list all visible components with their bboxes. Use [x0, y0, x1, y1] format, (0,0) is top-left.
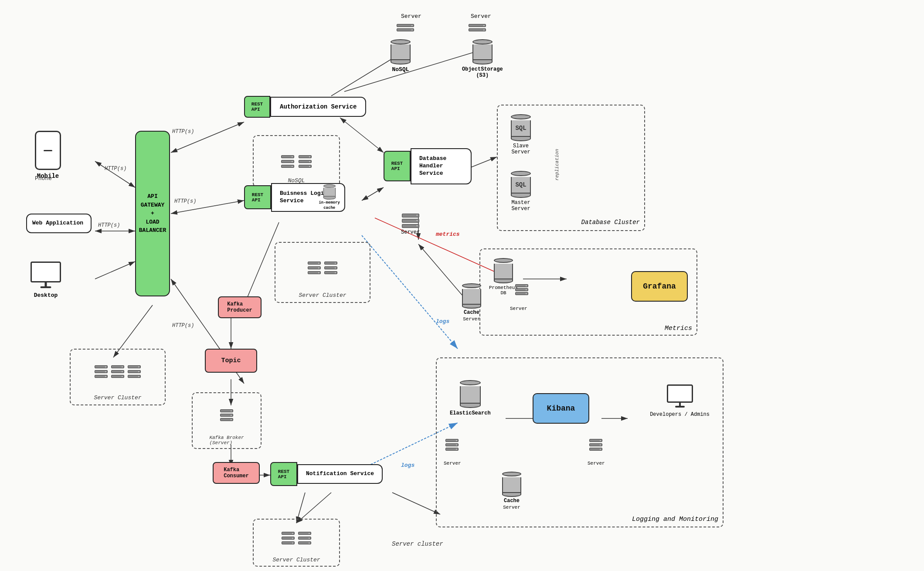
cache-server-2: Cache Server [502, 472, 521, 510]
nosql-server-rack [397, 24, 414, 31]
web-app-label: Web Application [32, 220, 83, 226]
svg-line-7 [171, 122, 244, 153]
prometheus-label: Prometheus DB [489, 285, 518, 296]
db-cluster-boundary: SQL Slave Server SQL Master Server repli… [497, 105, 645, 231]
metrics-boundary-label: Metrics [665, 325, 692, 332]
notification-node: REST API Notification Service [270, 462, 383, 486]
svg-line-24 [362, 235, 458, 349]
prometheus-server-icon [515, 284, 528, 295]
prometheus-db: Prometheus DB [489, 258, 518, 296]
notification-label: Notification Service [306, 470, 374, 477]
auth-service-node: REST API Authorization Service [244, 96, 366, 118]
db-handler-node: REST API Database Handler Service [384, 148, 472, 184]
server-cluster-notif: Server Cluster [253, 519, 340, 567]
metrics-boundary: Prometheus DB Server Grafana Metrics [479, 248, 697, 336]
logs-label-2: logs [401, 462, 414, 469]
cache2-label: Cache [504, 498, 520, 504]
kafka-producer-node: Kafka Producer [218, 296, 262, 318]
desktop-node: Desktop [31, 262, 61, 299]
server-cluster-auth: NoSQL [253, 135, 340, 187]
rest-api-biz: REST API [244, 185, 271, 209]
replication-label: replication [554, 149, 560, 181]
kafka-consumer-node: Kafka Consumer [213, 462, 260, 484]
db-cluster-label: Database Cluster [581, 219, 640, 226]
biz-logic-node: REST API Buisness Logic Service in-memor… [244, 183, 345, 212]
http-label-biz: HTTP(s) [174, 198, 196, 204]
api-gateway-label: API GATEWAY + LOAD BALANCER [136, 192, 169, 235]
objstorage-db: ObjectStorage (S3) [462, 39, 503, 78]
rest-api-auth: REST API [244, 96, 270, 118]
http-label-notif: HTTP(s) [172, 323, 194, 329]
web-app-node: Web Application [26, 214, 92, 233]
slave-server-group: SQL Slave Server [511, 114, 531, 155]
kibana-node: Kibana [533, 393, 589, 424]
nosql-server-label1: Server [401, 13, 421, 20]
svg-line-4 [95, 161, 135, 187]
cache1-label: Cache [464, 309, 479, 316]
grafana-node: Grafana [631, 271, 688, 302]
svg-line-17 [244, 222, 279, 305]
topic-node: Topic [205, 349, 257, 373]
server-cluster-bottom-label: Server cluster [392, 540, 443, 547]
kafka-broker-cluster: Kafka Broker(Server) [192, 392, 262, 449]
auth-label: Authorization Service [280, 103, 357, 110]
http-label-webapp: HTTP(s) [98, 222, 120, 228]
obj-server-rack [469, 24, 486, 31]
db-handler-server: Server [401, 214, 420, 235]
nosql-label: NoSQL [392, 66, 409, 73]
developers-node: Developers / Admins [650, 384, 710, 418]
rest-api-notif: REST API [270, 462, 297, 486]
metrics-label-arrow: metrics [436, 231, 460, 238]
nosql-server-label2: Server [471, 13, 491, 20]
mobile-node: Mobile [35, 131, 61, 180]
svg-line-30 [392, 493, 440, 514]
slave-server-label: Slave Server [511, 143, 530, 155]
api-gateway-node: API GATEWAY + LOAD BALANCER [135, 131, 170, 296]
server-cluster-biz: Server Cluster [275, 242, 370, 303]
rest-api-db: REST API [384, 151, 411, 181]
logging-boundary: ElasticSearch Server Kibana Developers /… [436, 357, 724, 527]
kibana-server-icon [589, 439, 602, 451]
svg-line-14 [362, 187, 384, 201]
http-label-mobile: HTTP(s) [105, 166, 126, 172]
elasticsearch-db: ElasticSearch [450, 380, 491, 416]
desktop-label: Desktop [34, 292, 58, 299]
logging-label: Logging and Monitoring [632, 516, 718, 523]
nosql-db: NoSQL [391, 39, 411, 73]
logs-label-1: logs [436, 318, 449, 325]
architecture-diagram: Mobile Phone HTTP(s) Web Application HTT… [0, 0, 924, 571]
in-memory-label: in-memory cache [319, 201, 340, 211]
svg-line-11 [340, 118, 384, 153]
phone-label: Phone [35, 174, 52, 182]
cache-server-1: Cache Server [462, 283, 481, 322]
svg-line-6 [95, 262, 135, 279]
server-cluster-gateway: Server Cluster [70, 349, 166, 405]
elasticsearch-label: ElasticSearch [450, 410, 491, 416]
elasticsearch-server-icon [445, 439, 459, 451]
master-server-label: Master Server [511, 200, 530, 212]
developers-label: Developers / Admins [650, 411, 710, 418]
master-server-group: SQL Master Server [511, 171, 531, 212]
obj-storage-label: ObjectStorage (S3) [462, 66, 503, 78]
db-handler-label: Database Handler Service [419, 155, 446, 177]
http-label-auth: HTTP(s) [172, 129, 194, 135]
